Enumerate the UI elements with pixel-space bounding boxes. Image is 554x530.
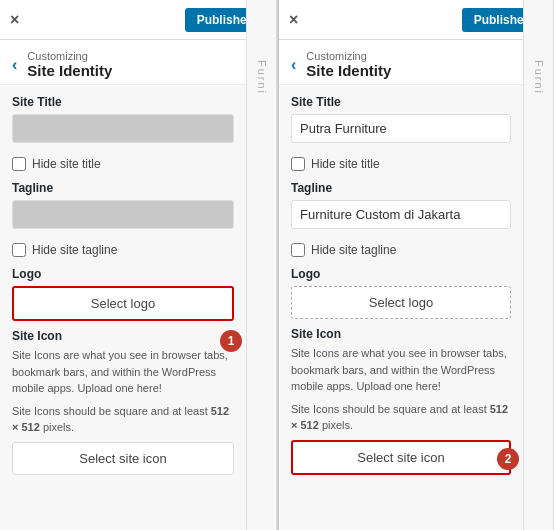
right-breadcrumb-texts: Customizing Site Identity (306, 50, 391, 79)
left-preview-letter: Furni (256, 60, 268, 95)
right-close-icon[interactable]: × (289, 11, 298, 29)
left-hide-tagline-label: Hide site tagline (32, 243, 117, 257)
right-logo-label: Logo (291, 267, 511, 281)
right-site-icon-section: Site Icon Site Icons are what you see in… (291, 327, 511, 475)
left-tagline-label: Tagline (12, 181, 234, 195)
right-section-content: Site Title Hide site title Tagline Hide … (279, 85, 523, 493)
right-preview-strip: Furni (523, 0, 553, 530)
left-hide-tagline-row: Hide site tagline (12, 243, 234, 257)
left-site-title-label: Site Title (12, 95, 234, 109)
right-breadcrumb: ‹ Customizing Site Identity (279, 40, 523, 85)
left-tagline-section: Tagline (12, 181, 234, 235)
left-back-arrow[interactable]: ‹ (12, 56, 17, 74)
right-site-icon-label: Site Icon (291, 327, 511, 341)
left-site-title-input[interactable] (12, 114, 234, 143)
right-site-icon-desc1: Site Icons are what you see in browser t… (291, 345, 511, 395)
right-site-icon-desc2: Site Icons should be square and at least… (291, 401, 511, 434)
right-tagline-label: Tagline (291, 181, 511, 195)
left-site-icon-desc2: Site Icons should be square and at least… (12, 403, 234, 436)
left-breadcrumb-texts: Customizing Site Identity (27, 50, 112, 79)
left-panel: × Published ‹ Customizing Site Identity … (0, 0, 277, 530)
left-tagline-input[interactable] (12, 200, 234, 229)
badge-2-number: 2 (497, 448, 519, 470)
left-hide-title-row: Hide site title (12, 157, 234, 171)
right-badge: 2 (497, 448, 519, 470)
right-select-icon-button[interactable]: Select site icon (291, 440, 511, 475)
left-topbar: × Published (0, 0, 276, 40)
right-hide-tagline-row: Hide site tagline (291, 243, 511, 257)
right-page-title: Site Identity (306, 62, 391, 79)
badge-1-number: 1 (220, 330, 242, 352)
left-parent-label: Customizing (27, 50, 112, 62)
right-hide-title-label: Hide site title (311, 157, 380, 171)
right-topbar: × Published (279, 0, 553, 40)
right-tagline-input[interactable] (291, 200, 511, 229)
left-logo-label: Logo (12, 267, 234, 281)
left-site-icon-desc1: Site Icons are what you see in browser t… (12, 347, 234, 397)
right-hide-title-checkbox[interactable] (291, 157, 305, 171)
left-select-logo-button[interactable]: Select logo (12, 286, 234, 321)
left-badge: 1 (220, 330, 242, 352)
right-preview-letter: Furni (533, 60, 545, 95)
right-hide-tagline-checkbox[interactable] (291, 243, 305, 257)
left-section-content: Site Title Hide site title Tagline Hide … (0, 85, 246, 493)
right-select-logo-button[interactable]: Select logo (291, 286, 511, 319)
left-content: ‹ Customizing Site Identity Site Title H… (0, 40, 276, 530)
left-site-icon-label: Site Icon (12, 329, 234, 343)
right-hide-tagline-label: Hide site tagline (311, 243, 396, 257)
left-hide-title-label: Hide site title (32, 157, 101, 171)
left-preview-strip: Furni (246, 0, 276, 530)
left-select-icon-button[interactable]: Select site icon (12, 442, 234, 475)
right-hide-title-row: Hide site title (291, 157, 511, 171)
right-site-title-section: Site Title (291, 95, 511, 149)
left-site-title-section: Site Title (12, 95, 234, 149)
right-site-title-input[interactable] (291, 114, 511, 143)
right-logo-section: Logo Select logo (291, 267, 511, 319)
left-logo-section: Logo Select logo (12, 267, 234, 321)
left-hide-tagline-checkbox[interactable] (12, 243, 26, 257)
right-back-arrow[interactable]: ‹ (291, 56, 296, 74)
left-site-icon-section: Site Icon Site Icons are what you see in… (12, 329, 234, 475)
left-hide-title-checkbox[interactable] (12, 157, 26, 171)
right-parent-label: Customizing (306, 50, 391, 62)
left-page-title: Site Identity (27, 62, 112, 79)
right-site-title-label: Site Title (291, 95, 511, 109)
right-panel: × Published ‹ Customizing Site Identity … (277, 0, 554, 530)
left-close-icon[interactable]: × (10, 11, 19, 29)
left-breadcrumb: ‹ Customizing Site Identity (0, 40, 246, 85)
right-tagline-section: Tagline (291, 181, 511, 235)
